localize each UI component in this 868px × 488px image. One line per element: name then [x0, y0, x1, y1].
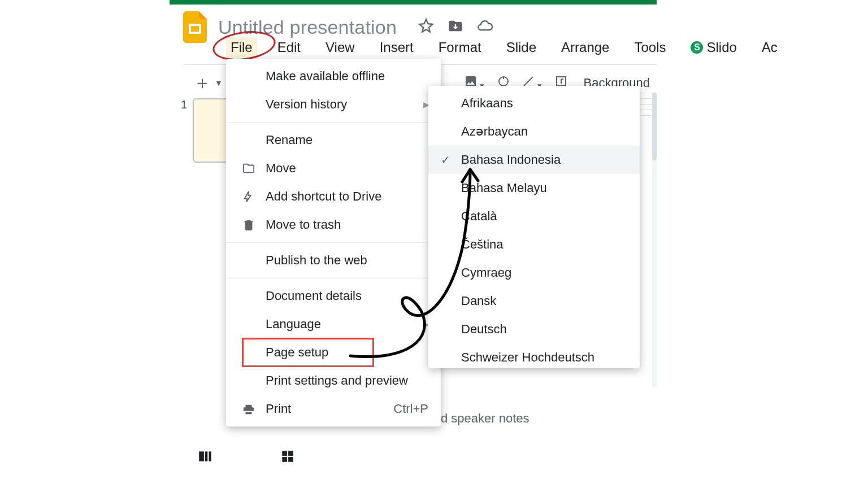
menu-bar: File Edit View Insert Format Slide Arran… — [226, 37, 782, 58]
slides-editor-window: Untitled presentation File Edit View Ins… — [170, 0, 657, 460]
trash-icon — [242, 218, 255, 232]
window-accent-bar — [170, 0, 657, 5]
menu-arrange[interactable]: Arrange — [557, 37, 614, 58]
svg-rect-5 — [205, 451, 207, 461]
menu-tools[interactable]: Tools — [630, 37, 670, 58]
language-option[interactable]: Afrikaans — [428, 89, 640, 117]
file-print-settings[interactable]: Print settings and preview — [226, 367, 441, 395]
file-print[interactable]: Print Ctrl+P — [226, 395, 441, 423]
language-option[interactable]: Bahasa Indonesia — [428, 146, 640, 174]
language-option[interactable]: Dansk — [428, 287, 640, 315]
file-rename[interactable]: Rename — [226, 126, 441, 154]
language-option[interactable]: Bahasa Melayu — [428, 174, 640, 202]
menu-edit[interactable]: Edit — [273, 37, 305, 58]
language-submenu: AfrikaansAzərbaycanBahasa IndonesiaBahas… — [428, 86, 640, 368]
svg-rect-6 — [209, 451, 211, 461]
menu-separator — [226, 278, 441, 278]
svg-rect-7 — [282, 451, 287, 456]
slido-icon: S — [691, 41, 703, 54]
menu-slido[interactable]: SSlido — [686, 37, 741, 58]
menu-view[interactable]: View — [321, 37, 359, 58]
language-option[interactable]: Cymraeg — [428, 259, 640, 287]
language-option[interactable]: Català — [428, 202, 640, 230]
file-document-details[interactable]: Document details — [226, 282, 441, 310]
print-shortcut: Ctrl+P — [393, 402, 428, 416]
language-option[interactable]: Deutsch — [428, 315, 640, 343]
language-list[interactable]: AfrikaansAzərbaycanBahasa IndonesiaBahas… — [428, 86, 640, 368]
drive-shortcut-icon — [242, 190, 255, 203]
menu-truncated[interactable]: Ac — [757, 37, 782, 58]
file-version-history[interactable]: Version history — [226, 90, 441, 119]
file-make-available-offline[interactable]: Make available offline — [226, 62, 441, 90]
slides-logo-icon — [183, 11, 207, 43]
menu-slide[interactable]: Slide — [502, 37, 541, 58]
language-option[interactable]: Čeština — [428, 230, 640, 259]
menu-separator — [226, 122, 441, 123]
file-publish-web[interactable]: Publish to the web — [226, 246, 441, 274]
menu-insert[interactable]: Insert — [375, 37, 418, 58]
content-scrollbar[interactable] — [652, 93, 657, 386]
menu-file[interactable]: File — [226, 37, 257, 58]
svg-rect-9 — [282, 457, 287, 462]
star-icon[interactable] — [418, 18, 434, 36]
language-option[interactable]: Schweizer Hochdeutsch — [428, 343, 640, 368]
menu-separator — [226, 242, 441, 243]
file-menu-dropdown: Make available offline Version history R… — [226, 59, 441, 426]
svg-rect-1 — [191, 26, 199, 32]
bottom-tray — [198, 449, 295, 466]
svg-rect-4 — [199, 451, 204, 461]
svg-rect-8 — [288, 451, 293, 456]
thumb-number: 1 — [181, 98, 187, 111]
file-language[interactable]: Language — [226, 310, 441, 338]
move-to-folder-icon[interactable] — [448, 18, 463, 36]
speaker-notes-placeholder[interactable]: d speaker notes — [441, 411, 530, 426]
file-page-setup[interactable]: Page setup — [226, 338, 441, 367]
file-move-to-trash[interactable]: Move to trash — [226, 211, 441, 239]
svg-rect-10 — [288, 457, 293, 462]
print-icon — [242, 402, 255, 416]
grid-view-icon[interactable] — [280, 449, 295, 466]
document-title[interactable]: Untitled presentation — [218, 16, 397, 38]
new-slide-button[interactable]: ＋ ▼ — [190, 71, 226, 95]
file-add-shortcut[interactable]: Add shortcut to Drive — [226, 182, 441, 211]
filmstrip-view-icon[interactable] — [198, 449, 212, 466]
menu-format[interactable]: Format — [434, 37, 486, 58]
folder-icon — [242, 162, 255, 175]
cloud-status-icon[interactable] — [477, 18, 493, 36]
language-option[interactable]: Azərbaycan — [428, 117, 640, 146]
file-move[interactable]: Move — [226, 154, 441, 182]
